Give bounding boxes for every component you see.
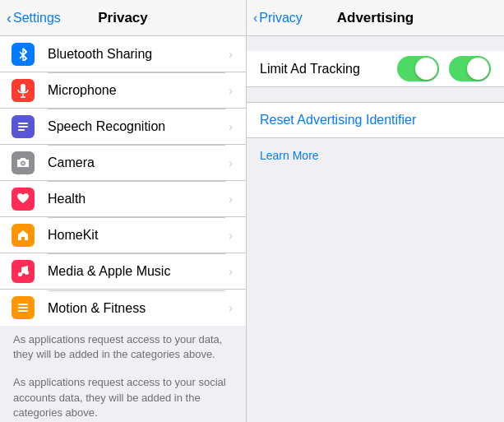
camera-icon bbox=[12, 151, 35, 174]
health-icon-container bbox=[7, 183, 39, 216]
speech-icon bbox=[12, 115, 35, 138]
bluetooth-sharing-label: Bluetooth Sharing bbox=[48, 37, 225, 72]
health-icon bbox=[12, 188, 35, 211]
svg-point-8 bbox=[18, 272, 22, 276]
svg-rect-4 bbox=[18, 126, 28, 128]
speech-recognition-label: Speech Recognition bbox=[48, 109, 225, 144]
speech-chevron-icon: › bbox=[229, 120, 233, 133]
svg-point-7 bbox=[21, 161, 25, 165]
media-label: Media & Apple Music bbox=[48, 253, 225, 289]
left-panel: ‹ Settings Privacy Blueto bbox=[0, 0, 247, 422]
limit-ad-tracking-toggle-1[interactable] bbox=[397, 56, 439, 81]
media-icon bbox=[12, 260, 35, 283]
motion-chevron-icon: › bbox=[229, 301, 233, 314]
microphone-item[interactable]: Microphone › bbox=[0, 72, 246, 109]
right-nav-title: Advertising bbox=[337, 10, 414, 26]
health-chevron-icon: › bbox=[229, 192, 233, 206]
privacy-back-button[interactable]: ‹ Privacy bbox=[253, 11, 303, 26]
camera-label: Camera bbox=[48, 145, 225, 180]
speech-icon-container bbox=[7, 110, 39, 143]
back-label: Settings bbox=[13, 11, 61, 26]
right-content-area: Limit Ad Tracking Reset Advertising Iden… bbox=[247, 36, 504, 422]
limit-ad-tracking-section: Limit Ad Tracking bbox=[247, 51, 504, 87]
limit-ad-tracking-toggle-2[interactable] bbox=[449, 56, 491, 81]
left-nav-title: Privacy bbox=[98, 10, 148, 26]
svg-rect-5 bbox=[18, 129, 25, 131]
homekit-chevron-icon: › bbox=[229, 229, 233, 242]
camera-chevron-icon: › bbox=[229, 156, 233, 169]
left-nav-bar: ‹ Settings Privacy bbox=[0, 0, 246, 36]
health-item[interactable]: Health › bbox=[0, 181, 246, 217]
svg-rect-3 bbox=[18, 123, 28, 124]
motion-icon-container bbox=[7, 291, 39, 324]
learn-more-link[interactable]: Learn More bbox=[260, 149, 319, 162]
media-item[interactable]: Media & Apple Music › bbox=[0, 253, 246, 290]
camera-item[interactable]: Camera › bbox=[0, 145, 246, 181]
settings-back-button[interactable]: ‹ Settings bbox=[7, 11, 61, 26]
homekit-icon-container bbox=[7, 219, 39, 252]
learn-more-section: Learn More bbox=[247, 138, 504, 173]
media-chevron-icon: › bbox=[229, 265, 233, 278]
back-chevron-icon: ‹ bbox=[7, 11, 12, 26]
info-text-1: As applications request access to your d… bbox=[0, 326, 246, 369]
bluetooth-icon-container bbox=[7, 38, 39, 71]
limit-ad-tracking-row: Limit Ad Tracking bbox=[247, 51, 504, 87]
motion-item[interactable]: Motion & Fitness › bbox=[0, 290, 246, 326]
svg-rect-12 bbox=[18, 310, 28, 312]
svg-rect-11 bbox=[18, 307, 28, 308]
media-icon-container bbox=[7, 255, 39, 288]
homekit-item[interactable]: HomeKit › bbox=[0, 217, 246, 253]
left-scroll-area: Bluetooth Sharing › Microphone bbox=[0, 36, 246, 422]
reset-identifier-row[interactable]: Reset Advertising Identifier bbox=[247, 102, 504, 138]
camera-icon-container bbox=[7, 146, 39, 179]
homekit-label: HomeKit bbox=[48, 217, 225, 253]
bluetooth-chevron-icon: › bbox=[229, 48, 233, 61]
svg-point-9 bbox=[25, 271, 29, 275]
info-text-2: As applications request access to your s… bbox=[0, 369, 246, 422]
bluetooth-icon bbox=[12, 43, 35, 66]
svg-rect-0 bbox=[21, 84, 25, 92]
right-back-chevron-icon: ‹ bbox=[253, 11, 257, 26]
right-nav-bar: ‹ Privacy Advertising bbox=[247, 0, 504, 36]
microphone-chevron-icon: › bbox=[229, 84, 233, 97]
right-back-label: Privacy bbox=[259, 11, 302, 26]
microphone-icon-container bbox=[7, 74, 39, 107]
bluetooth-sharing-item[interactable]: Bluetooth Sharing › bbox=[0, 36, 246, 72]
motion-label: Motion & Fitness bbox=[48, 290, 225, 326]
speech-recognition-item[interactable]: Speech Recognition › bbox=[0, 109, 246, 145]
microphone-icon bbox=[12, 79, 35, 102]
health-label: Health bbox=[48, 181, 225, 216]
microphone-label: Microphone bbox=[48, 72, 225, 108]
privacy-list-section: Bluetooth Sharing › Microphone bbox=[0, 36, 246, 326]
right-panel: ‹ Privacy Advertising Limit Ad Tracking … bbox=[247, 0, 504, 422]
limit-ad-tracking-label: Limit Ad Tracking bbox=[260, 62, 387, 77]
svg-rect-10 bbox=[18, 304, 28, 305]
motion-icon bbox=[12, 296, 35, 319]
reset-identifier-link[interactable]: Reset Advertising Identifier bbox=[260, 113, 416, 128]
homekit-icon bbox=[12, 224, 35, 247]
